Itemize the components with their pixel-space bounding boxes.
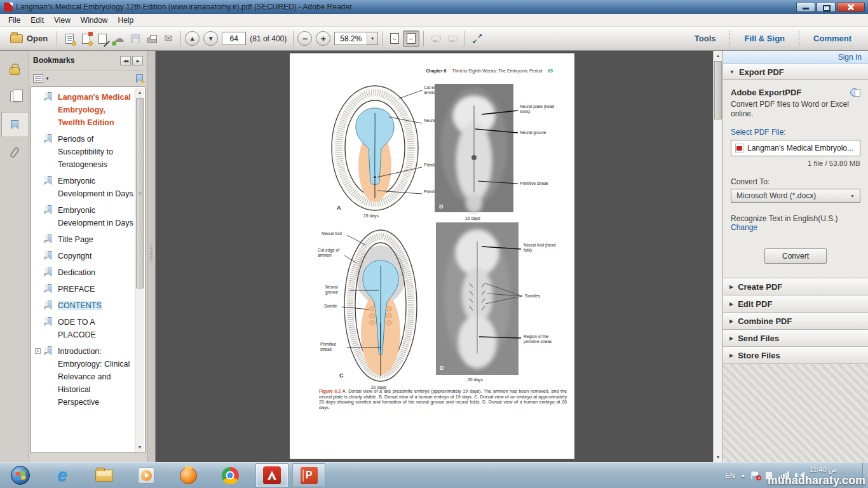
bookmark-item[interactable]: Copyright (31, 248, 135, 265)
export-pdf-title: Export PDF (739, 67, 784, 77)
bookmark-item[interactable]: + Introduction: Embryology: Clinical Rel… (31, 344, 135, 411)
expander-icon[interactable]: + (35, 348, 41, 354)
fit-width-button[interactable] (386, 30, 403, 47)
chapter-label: Chapter 6 (426, 69, 446, 73)
edit-pdf-section[interactable]: ▶ Edit PDF (723, 295, 868, 312)
convert-to-label: Convert To: (731, 177, 860, 186)
minimize-button[interactable] (796, 2, 815, 12)
adobe-reader-taskbar-button[interactable] (255, 463, 288, 487)
menu-view[interactable]: View (50, 15, 75, 26)
bookmark-item[interactable]: Title Page (31, 232, 135, 248)
comment-bubble-icon (431, 36, 441, 42)
bookmark-item[interactable]: Periods of Susceptibility to Teratogenes… (31, 132, 135, 173)
combine-pdf-section[interactable]: ▶ Combine PDF (723, 312, 868, 329)
bookmark-item[interactable]: CONTENTS (31, 298, 135, 315)
scroll-up-icon[interactable]: ▲ (714, 51, 722, 60)
zoom-level-select[interactable]: 58.2% ▼ (334, 32, 378, 45)
bookmarks-scrollbar[interactable]: ▲ ▼ (135, 88, 144, 452)
plus-icon: + (321, 34, 326, 44)
email-button[interactable]: ✉ (160, 30, 177, 47)
panel-splitter[interactable] (147, 51, 156, 462)
sticky-note-button[interactable] (428, 30, 444, 47)
orange-app-icon (180, 467, 197, 484)
chevron-right-icon: ▶ (729, 353, 733, 358)
comment-tab[interactable]: Comment (803, 31, 862, 46)
scroll-down-icon[interactable]: ▼ (714, 452, 722, 462)
save-button[interactable] (127, 30, 144, 47)
figure-annotation: Neural fold (head fold) (524, 243, 563, 252)
page-number-input[interactable]: 64 (222, 32, 246, 45)
hidden-icons-arrow[interactable]: ▲ (740, 473, 745, 478)
restore-button[interactable] (817, 2, 836, 12)
attachments-tab[interactable] (2, 140, 27, 165)
start-button[interactable] (4, 463, 37, 487)
security-tab[interactable] (2, 56, 27, 81)
menu-help[interactable]: Help (114, 15, 139, 26)
zoom-in-button[interactable]: + (316, 31, 330, 46)
cloud-upload-button[interactable]: ☁ (111, 30, 127, 47)
fit-page-icon (407, 33, 416, 44)
highlight-button[interactable] (444, 30, 461, 47)
print-button[interactable] (144, 30, 160, 47)
language-indicator[interactable]: EN (725, 471, 735, 479)
bookmark-item[interactable]: Dedication (31, 265, 135, 281)
convert-format-select[interactable]: Microsoft Word (*.docx) ▼ (731, 189, 860, 203)
scrollbar-thumb[interactable] (136, 98, 144, 288)
figure-letter: B (439, 203, 444, 210)
scroll-down-icon[interactable]: ▼ (135, 442, 144, 452)
close-button[interactable] (837, 2, 865, 12)
scroll-up-icon[interactable]: ▲ (135, 88, 144, 97)
figure-annotation: Primitive streak (320, 342, 347, 351)
bookmark-item[interactable]: PREFACE (31, 281, 135, 298)
bookmark-options-icon[interactable] (33, 74, 43, 83)
chrome-button[interactable] (214, 463, 247, 487)
create-pdf-section[interactable]: ▶ Create PDF (723, 278, 868, 295)
page-thumbnails-tab[interactable] (2, 84, 27, 109)
sign-in-link[interactable]: Sign In (838, 53, 862, 62)
bookmark-item[interactable]: Langman's Medical Embryology, Twelfth Ed… (31, 90, 135, 132)
bookmarks-tab[interactable] (1, 112, 28, 137)
tools-tab[interactable]: Tools (684, 31, 726, 46)
options-caret-icon[interactable]: ▼ (45, 76, 50, 81)
sign-document-button[interactable] (94, 30, 111, 47)
previous-page-button[interactable]: ▲ (185, 31, 200, 46)
menu-edit[interactable]: Edit (26, 15, 48, 26)
zoom-dropdown-arrow[interactable]: ▼ (367, 32, 377, 44)
selected-file-box[interactable]: Langman's Medical Embryolo... (731, 140, 860, 156)
attach-file-button[interactable] (78, 30, 94, 47)
expand-panel-button[interactable]: ▶ (132, 56, 143, 65)
collapse-panel-button[interactable]: ◀◀ (120, 56, 131, 65)
select-pdf-label: Select PDF File: (731, 128, 860, 137)
powerpoint-taskbar-button[interactable]: P (292, 463, 325, 487)
internet-explorer-button[interactable]: e (46, 463, 79, 487)
zoom-out-button[interactable]: − (297, 31, 312, 46)
document-scrollbar[interactable]: ▲ ▼ (713, 51, 722, 462)
change-language-link[interactable]: Change (731, 223, 860, 232)
menu-bar: File Edit View Window Help (0, 14, 868, 27)
next-page-button[interactable]: ▼ (203, 31, 218, 46)
share-file-button[interactable] (61, 30, 78, 47)
document-pane[interactable]: Chapter 6 Third to Eighth Weeks: The Emb… (156, 51, 713, 462)
windows-explorer-button[interactable] (88, 463, 121, 487)
menu-window[interactable]: Window (76, 15, 112, 26)
bookmark-item[interactable]: Embryonic Development in Days (31, 203, 135, 232)
media-app-button[interactable] (172, 463, 205, 487)
media-player-button[interactable] (130, 463, 163, 487)
fill-sign-tab[interactable]: Fill & Sign (734, 31, 795, 46)
convert-button[interactable]: Convert (764, 248, 827, 264)
fullscreen-button[interactable]: ↗ ↙ (469, 30, 485, 47)
menu-file[interactable]: File (4, 15, 25, 26)
new-bookmark-button[interactable]: ★ (136, 74, 143, 83)
store-files-section[interactable]: ▶ Store Files (723, 346, 868, 363)
bookmark-item[interactable]: ODE TO A PLACODE (31, 315, 135, 344)
fit-page-button[interactable] (403, 30, 419, 47)
tools-panel: Sign In ▼ Export PDF Adobe ExportPDF Con… (722, 51, 868, 462)
bookmark-item[interactable]: Embryonic Development in Days (31, 173, 135, 203)
send-files-section[interactable]: ▶ Send Files (723, 329, 868, 346)
open-button[interactable]: Open (5, 32, 53, 45)
bookmark-icon (11, 120, 18, 130)
action-center-icon[interactable]: x (751, 471, 759, 479)
export-pdf-header[interactable]: ▼ Export PDF (723, 64, 868, 80)
scrollbar-thumb[interactable] (714, 61, 722, 119)
figure-annotation: Cut edge of amnion (318, 248, 346, 257)
